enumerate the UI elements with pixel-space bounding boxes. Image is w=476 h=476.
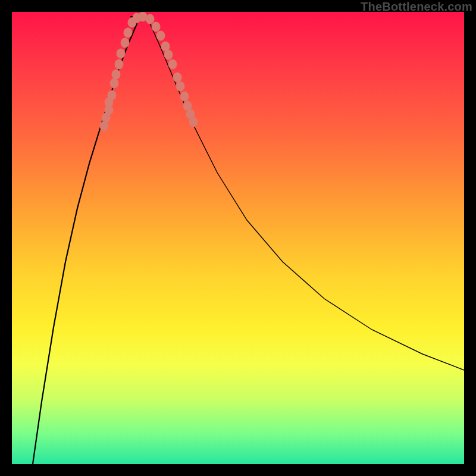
scatter-dot: [168, 60, 177, 69]
scatter-points: [100, 12, 198, 131]
chart-curve: [33, 17, 464, 464]
scatter-dot: [176, 82, 184, 91]
scatter-dot: [121, 38, 129, 48]
scatter-dot: [146, 14, 154, 24]
chart-frame: [12, 12, 464, 464]
scatter-dot: [110, 79, 118, 88]
scatter-dot: [180, 92, 189, 101]
scatter-dot: [189, 117, 198, 127]
curve-left-arm: [33, 24, 137, 464]
scatter-dot: [108, 90, 116, 100]
scatter-dot: [124, 28, 132, 37]
scatter-dot: [156, 31, 165, 40]
curve-right-arm: [149, 21, 464, 370]
scatter-dot: [112, 70, 120, 79]
chart-svg: [12, 12, 464, 464]
watermark-text: TheBottleneck.com: [361, 0, 472, 14]
scatter-dot: [173, 73, 181, 82]
scatter-dot: [152, 22, 160, 32]
scatter-dot: [164, 50, 173, 60]
scatter-dot: [115, 60, 123, 69]
scatter-dot: [117, 49, 125, 58]
scatter-dot: [100, 121, 108, 131]
